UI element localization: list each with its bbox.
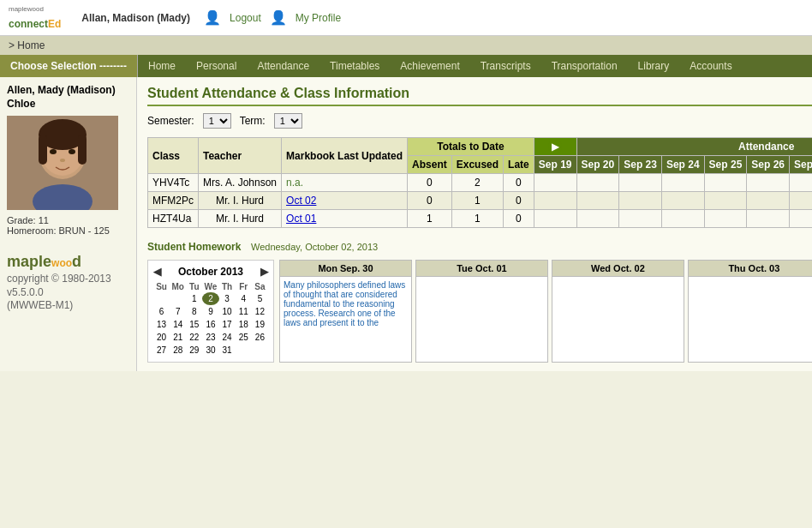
late-cell: 0 bbox=[504, 174, 534, 192]
calendar-day[interactable]: 5 bbox=[252, 292, 268, 305]
day-col-header[interactable]: Mon Sep. 30 bbox=[280, 261, 411, 277]
excused-cell: 2 bbox=[451, 174, 503, 192]
col-markbook-header: Markbook Last Updated bbox=[282, 138, 408, 174]
ed-text: Ed bbox=[48, 18, 61, 30]
calendar-day[interactable]: 12 bbox=[252, 305, 268, 318]
sidebar: Allen, Mady (Madison) Chloe bbox=[0, 77, 137, 371]
calendar-day[interactable]: 8 bbox=[186, 305, 202, 318]
calendar-day[interactable]: 15 bbox=[186, 318, 202, 331]
nav-choose[interactable]: Choose Selection -------- bbox=[0, 55, 138, 77]
absent-header: Absent bbox=[408, 156, 452, 174]
late-cell: 0 bbox=[504, 210, 534, 228]
att-cell-6 bbox=[747, 174, 790, 192]
main-layout: Allen, Mady (Madison) Chloe bbox=[0, 77, 812, 371]
svg-point-6 bbox=[50, 149, 57, 154]
calendar-day[interactable]: 21 bbox=[170, 331, 186, 344]
att-cell-6 bbox=[747, 210, 790, 228]
calendar-day[interactable]: 16 bbox=[202, 318, 218, 331]
calendar-day[interactable]: 18 bbox=[236, 318, 252, 331]
nav-home[interactable]: Home bbox=[138, 55, 186, 77]
semester-select[interactable]: 1 2 bbox=[203, 113, 231, 129]
nav-accounts[interactable]: Accounts bbox=[679, 55, 742, 77]
day-col-body: Many philosophers defined laws of though… bbox=[280, 277, 411, 345]
att-cell-4 bbox=[661, 192, 704, 210]
calendar-week-row: 13141516171819 bbox=[153, 318, 268, 331]
calendar-day[interactable]: 1 bbox=[186, 292, 202, 305]
nav-attendance[interactable]: Attendance bbox=[247, 55, 319, 77]
date-sep20: Sep 20 bbox=[576, 156, 619, 174]
calendar-day[interactable]: 27 bbox=[153, 344, 170, 357]
calendar-day[interactable]: 25 bbox=[236, 331, 252, 344]
nav-transcripts[interactable]: Transcripts bbox=[470, 55, 541, 77]
calendar-day[interactable]: 20 bbox=[153, 331, 170, 344]
calendar-day[interactable]: 4 bbox=[236, 292, 252, 305]
day-col-header[interactable]: Wed Oct. 02 bbox=[552, 261, 684, 277]
attendance-section-title: Student Attendance & Class Information bbox=[147, 86, 812, 106]
att-cell-7 bbox=[790, 192, 812, 210]
breadcrumb: > Home bbox=[0, 36, 812, 55]
day-col-header[interactable]: Thu Oct. 03 bbox=[689, 261, 812, 277]
term-select[interactable]: 1 2 3 4 bbox=[274, 113, 302, 129]
markbook-link[interactable]: Oct 02 bbox=[286, 195, 316, 207]
attendance-nav-header: ▶ bbox=[534, 138, 576, 156]
calendar-day bbox=[153, 292, 170, 305]
calendar-day[interactable]: 30 bbox=[202, 344, 218, 357]
calendar-day[interactable]: 13 bbox=[153, 318, 170, 331]
content-area: Student Attendance & Class Information S… bbox=[137, 77, 812, 371]
calendar-day[interactable]: 17 bbox=[219, 318, 236, 331]
class-cell: YHV4Tc bbox=[148, 174, 199, 192]
nav-tabs: Choose Selection -------- Home Personal … bbox=[0, 55, 812, 77]
logout-link[interactable]: Logout bbox=[230, 12, 261, 24]
student-name-header: Allan, Madison (Mady) bbox=[81, 12, 190, 24]
nav-timetables[interactable]: Timetables bbox=[319, 55, 390, 77]
day-col-header[interactable]: Tue Oct. 01 bbox=[416, 261, 547, 277]
calendar-day[interactable]: 7 bbox=[170, 305, 186, 318]
calendar-day[interactable]: 10 bbox=[219, 305, 236, 318]
att-cell-5 bbox=[704, 210, 747, 228]
attendance-dates-header: Attendance bbox=[576, 138, 812, 156]
calendar-day bbox=[170, 292, 186, 305]
calendar-day[interactable]: 14 bbox=[170, 318, 186, 331]
attendance-prev-arrow[interactable]: ▶ bbox=[548, 140, 562, 153]
calendar-day[interactable]: 9 bbox=[202, 305, 218, 318]
markbook-link[interactable]: Oct 01 bbox=[286, 213, 316, 225]
calendar-day[interactable]: 31 bbox=[219, 344, 236, 357]
calendar-day[interactable]: 11 bbox=[236, 305, 252, 318]
nav-achievement[interactable]: Achievement bbox=[390, 55, 469, 77]
homework-date: Wednesday, October 02, 2013 bbox=[251, 242, 378, 252]
cal-day-header: Tu bbox=[186, 281, 202, 292]
day-col-body bbox=[552, 277, 684, 345]
calendar-day[interactable]: 22 bbox=[186, 331, 202, 344]
calendar-day[interactable]: 3 bbox=[219, 292, 236, 305]
att-cell-7 bbox=[790, 174, 812, 192]
att-cell-6 bbox=[747, 192, 790, 210]
calendar-day[interactable]: 23 bbox=[202, 331, 218, 344]
profile-link[interactable]: My Profile bbox=[296, 12, 341, 24]
calendar-weeks-body: 1234567891011121314151617181920212223242… bbox=[153, 292, 268, 357]
svg-point-8 bbox=[60, 159, 65, 162]
home-link[interactable]: > Home bbox=[9, 39, 45, 51]
attendance-table-wrap: Class Teacher Markbook Last Updated Tota… bbox=[147, 137, 812, 228]
date-sep23: Sep 23 bbox=[619, 156, 662, 174]
nav-library[interactable]: Library bbox=[628, 55, 680, 77]
calendar-day[interactable]: 29 bbox=[186, 344, 202, 357]
calendar-day[interactable]: 24 bbox=[219, 331, 236, 344]
calendar-day[interactable]: 19 bbox=[252, 318, 268, 331]
calendar-day[interactable]: 2 bbox=[202, 292, 218, 305]
att-cell-2 bbox=[576, 210, 619, 228]
calendar-day[interactable]: 28 bbox=[170, 344, 186, 357]
calendar-day[interactable]: 6 bbox=[153, 305, 170, 318]
teacher-cell: Mr. I. Hurd bbox=[199, 210, 282, 228]
cal-day-header: Th bbox=[219, 281, 236, 292]
att-cell-2 bbox=[576, 174, 619, 192]
cal-prev-btn[interactable]: ◀ bbox=[153, 266, 161, 278]
nav-personal[interactable]: Personal bbox=[186, 55, 247, 77]
absent-cell: 1 bbox=[408, 210, 452, 228]
cal-next-btn[interactable]: ▶ bbox=[260, 266, 268, 278]
calendar-day[interactable]: 26 bbox=[252, 331, 268, 344]
att-cell-5 bbox=[704, 192, 747, 210]
date-sep26: Sep 26 bbox=[747, 156, 790, 174]
table-row: MFM2Pc Mr. I. Hurd Oct 02 0 1 0 bbox=[148, 192, 813, 210]
nav-transportation[interactable]: Transportation bbox=[541, 55, 628, 77]
att-cell-3 bbox=[619, 192, 662, 210]
